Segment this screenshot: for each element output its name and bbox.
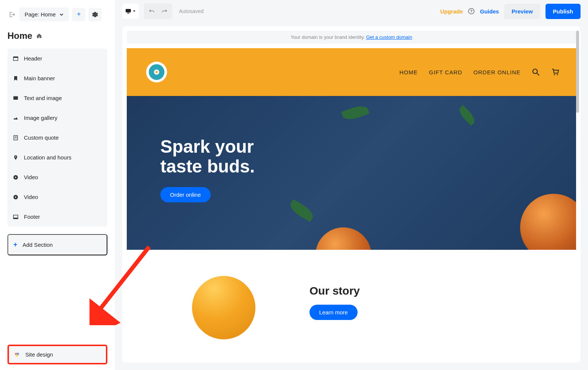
pin-icon (13, 155, 19, 160)
editor-main: Autosaved Upgrade ? Guides Preview Publi… (115, 0, 588, 370)
home-icon (36, 33, 42, 39)
svg-rect-16 (127, 13, 129, 13)
hero-headline: Spark your taste buds. (160, 137, 543, 177)
site-logo[interactable] (144, 56, 170, 88)
decorative-leaf (287, 199, 316, 222)
site-nav: HOME GIFT CARD ORDER ONLINE (170, 68, 559, 76)
exit-editor-button[interactable] (7, 9, 16, 21)
page-title-text: Home (7, 31, 32, 41)
section-label: Footer (24, 214, 40, 220)
section-item-text-and-image[interactable]: Text and image (7, 88, 107, 108)
bookmark-icon (13, 76, 19, 81)
domain-banner: Your domain is your brand identity. Get … (127, 31, 576, 44)
plus-icon: + (77, 10, 81, 18)
section-item-header[interactable]: Header (7, 49, 107, 68)
add-section-label: Add Section (23, 242, 53, 248)
story-title: Our story (309, 285, 543, 297)
plus-icon: + (13, 241, 18, 249)
domain-banner-text: Your domain is your brand identity. (291, 34, 366, 40)
nav-link-gift-card[interactable]: GIFT CARD (429, 69, 462, 75)
svg-point-13 (16, 354, 18, 356)
cart-button[interactable] (551, 68, 559, 76)
sidebar-toolbar: Page: Home + (7, 7, 107, 21)
main-banner-section[interactable]: Spark your taste buds. Order online (127, 96, 576, 250)
help-button[interactable]: ? (468, 8, 475, 15)
svg-line-20 (537, 73, 539, 75)
section-label: Text and image (24, 95, 62, 101)
search-button[interactable] (532, 68, 540, 76)
gallery-icon (13, 115, 19, 121)
get-custom-domain-link[interactable]: Get a custom domain (366, 34, 412, 40)
footer-icon (13, 214, 19, 220)
svg-rect-10 (13, 218, 18, 219)
section-label: Header (24, 55, 42, 62)
editor-toolbar: Autosaved Upgrade ? Guides Preview Publi… (115, 0, 588, 22)
gear-icon (92, 12, 98, 18)
section-item-location-and-hours[interactable]: Location and hours (7, 147, 107, 167)
search-icon (532, 68, 540, 76)
text-and-image-section[interactable]: Our story Learn more (127, 250, 576, 354)
add-page-button[interactable]: + (72, 8, 85, 21)
site-design-button[interactable]: Site design (7, 345, 107, 364)
chevron-down-icon (59, 12, 64, 17)
nav-link-home[interactable]: HOME (399, 69, 418, 75)
section-label: Video (24, 174, 38, 180)
page-selector-label: Page: Home (25, 11, 56, 18)
learn-more-button[interactable]: Learn more (309, 305, 358, 320)
decorative-orange (192, 276, 255, 339)
header-icon (13, 56, 19, 61)
quote-icon (13, 135, 19, 140)
nav-link-order-online[interactable]: ORDER ONLINE (474, 69, 521, 75)
play-icon (13, 175, 19, 180)
undo-icon (149, 9, 155, 14)
scrollbar-thumb[interactable] (576, 31, 579, 113)
section-item-footer[interactable]: Footer (7, 207, 107, 227)
hero-cta-button[interactable]: Order online (160, 187, 211, 202)
settings-button[interactable] (88, 8, 102, 21)
text-image-icon (13, 96, 19, 101)
svg-text:?: ? (470, 9, 472, 13)
exit-icon (9, 12, 15, 18)
upgrade-link[interactable]: Upgrade (440, 8, 463, 15)
guides-link[interactable]: Guides (480, 8, 499, 15)
site-preview-canvas[interactable]: Your domain is your brand identity. Get … (122, 26, 581, 363)
page-heading: Home (7, 31, 107, 41)
svg-rect-2 (13, 97, 18, 100)
redo-button[interactable] (158, 5, 171, 18)
site-header[interactable]: HOME GIFT CARD ORDER ONLINE (127, 48, 576, 96)
svg-rect-15 (126, 9, 131, 12)
section-label: Custom quote (24, 134, 59, 141)
palette-icon (14, 352, 20, 358)
autosave-status: Autosaved (179, 8, 204, 14)
svg-rect-5 (15, 137, 17, 137)
caret-down-icon (133, 10, 136, 13)
editor-sidebar: Page: Home + Home Header Main banner (0, 0, 115, 370)
desktop-icon (125, 9, 131, 14)
decorative-leaf (456, 105, 477, 126)
undo-redo-group (144, 3, 172, 19)
redo-icon (161, 9, 167, 14)
preview-button[interactable]: Preview (504, 4, 540, 19)
svg-rect-6 (15, 138, 17, 138)
section-item-custom-quote[interactable]: Custom quote (7, 128, 107, 147)
decorative-leaf (341, 103, 370, 122)
section-item-video-1[interactable]: Video (7, 167, 107, 187)
undo-button[interactable] (145, 5, 158, 18)
device-view-button[interactable] (122, 4, 139, 19)
section-item-main-banner[interactable]: Main banner (7, 68, 107, 88)
section-label: Image gallery (24, 115, 57, 121)
canvas-wrapper: Your domain is your brand identity. Get … (115, 22, 588, 370)
page-selector[interactable]: Page: Home (19, 7, 69, 21)
svg-rect-3 (13, 96, 18, 96)
publish-button[interactable]: Publish (545, 4, 581, 19)
site-design-label: Site design (25, 351, 53, 358)
add-section-button[interactable]: + Add Section (7, 234, 107, 255)
section-item-video-2[interactable]: Video (7, 187, 107, 207)
story-image (160, 265, 287, 339)
section-list: Header Main banner Text and image Image … (7, 49, 107, 227)
section-label: Location and hours (24, 154, 72, 161)
section-label: Main banner (24, 75, 55, 81)
help-icon: ? (468, 8, 475, 15)
section-item-image-gallery[interactable]: Image gallery (7, 108, 107, 128)
cart-icon (551, 68, 559, 76)
